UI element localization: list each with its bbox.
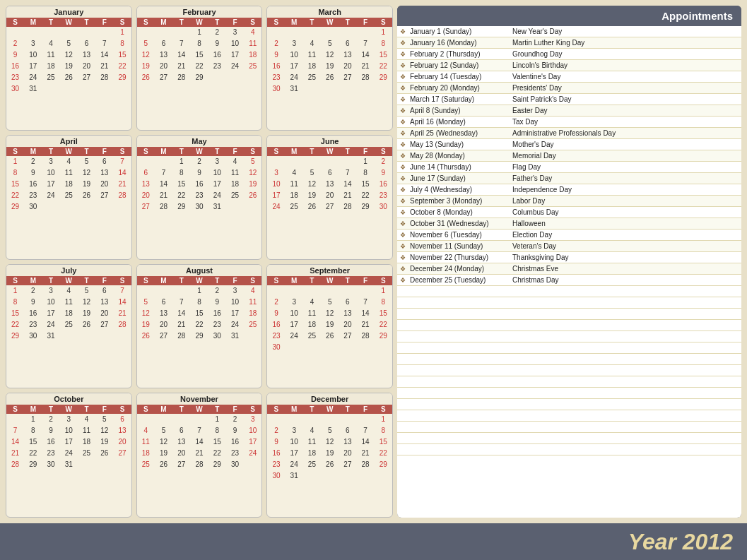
cal-day: 14 <box>357 308 375 319</box>
cal-day: 30 <box>267 83 285 95</box>
cal-day: 4 <box>60 156 78 167</box>
appointment-name: Thanksgiving Day <box>511 253 741 262</box>
appointment-date: April 25 (Wednesday) <box>408 129 511 138</box>
cal-day <box>190 414 208 425</box>
cal-day: 14 <box>357 49 375 61</box>
appointment-row: ❖November 11 (Sunday)Veteran's Day <box>397 241 741 252</box>
cal-day: 25 <box>226 190 244 201</box>
appointment-row: ❖January 16 (Monday)Martin Luther King D… <box>397 37 741 49</box>
cal-header-january: January <box>6 6 131 18</box>
cal-day: 3 <box>286 297 303 308</box>
cal-day: 11 <box>42 49 59 61</box>
cal-day: 5 <box>303 167 321 179</box>
cal-day: 21 <box>6 448 24 459</box>
cal-day <box>42 27 59 38</box>
cal-day: 22 <box>357 190 375 201</box>
cal-day: 1 <box>357 156 375 167</box>
cal-day <box>339 342 356 353</box>
cal-day: 12 <box>95 425 113 436</box>
cal-day: 4 <box>244 27 261 38</box>
cal-day: 23 <box>267 459 285 470</box>
cal-day: 24 <box>286 459 303 470</box>
cal-day: 6 <box>137 167 155 179</box>
cal-day: 7 <box>95 38 113 49</box>
cal-day <box>172 285 190 297</box>
cal-day: 5 <box>137 297 155 308</box>
cal-day: 1 <box>375 414 392 425</box>
cal-day: 23 <box>42 448 59 459</box>
cal-day: 16 <box>24 308 42 319</box>
cal-header-june: June <box>267 136 392 147</box>
cal-days-header: SMTWTFS <box>267 18 392 27</box>
cal-day: 28 <box>113 190 131 201</box>
cal-day <box>357 470 375 482</box>
cal-day: 6 <box>95 285 113 297</box>
cal-day: 29 <box>113 72 131 83</box>
appointment-date: February 12 (Sunday) <box>408 61 511 70</box>
cal-day: 30 <box>208 330 226 342</box>
cal-day <box>244 330 261 342</box>
cal-day: 26 <box>137 330 155 342</box>
appointment-row: ❖October 31 (Wednesday)Halloween <box>397 218 741 230</box>
cal-body: 1234567891011121314151617181920212223242… <box>267 414 392 482</box>
cal-day: 31 <box>24 83 42 95</box>
cal-day: 8 <box>190 297 208 308</box>
cal-day: 20 <box>321 190 339 201</box>
cal-day: 24 <box>244 448 261 459</box>
appointment-name: Veteran's Day <box>511 242 741 251</box>
appointment-name: Lincoln's Birthday <box>511 61 741 70</box>
appointment-date: January 1 (Sunday) <box>408 27 511 36</box>
cal-day <box>267 285 285 297</box>
appointment-name: Mother's Day <box>511 140 741 149</box>
cal-day <box>226 72 244 83</box>
appointments-panel: Appointments ❖January 1 (Sunday)New Year… <box>397 6 741 518</box>
cal-day: 13 <box>78 49 95 61</box>
diamond-icon: ❖ <box>397 153 408 160</box>
cal-day: 17 <box>208 179 226 190</box>
cal-day: 10 <box>286 49 303 61</box>
cal-day: 24 <box>267 201 285 213</box>
cal-day: 12 <box>244 167 261 179</box>
cal-day: 12 <box>155 436 172 448</box>
cal-day: 7 <box>339 167 356 179</box>
cal-day: 28 <box>172 330 190 342</box>
cal-day: 14 <box>357 436 375 448</box>
cal-header-february: February <box>137 6 262 18</box>
cal-day: 20 <box>155 319 172 330</box>
cal-day: 1 <box>190 27 208 38</box>
cal-day: 17 <box>226 49 244 61</box>
cal-day <box>42 201 59 213</box>
cal-day: 20 <box>339 448 356 459</box>
cal-header-september: September <box>267 265 392 276</box>
cal-day <box>357 27 375 38</box>
cal-day: 9 <box>24 297 42 308</box>
cal-day: 11 <box>137 436 155 448</box>
cal-day: 22 <box>172 190 190 201</box>
appointments-title: Appointments <box>397 6 741 26</box>
cal-day <box>172 27 190 38</box>
cal-day: 3 <box>286 38 303 49</box>
cal-day <box>137 285 155 297</box>
cal-day: 23 <box>208 61 226 72</box>
cal-day: 4 <box>303 297 321 308</box>
cal-day: 22 <box>190 319 208 330</box>
cal-day <box>375 470 392 482</box>
cal-day: 21 <box>95 61 113 72</box>
cal-day: 2 <box>267 38 285 49</box>
cal-day <box>303 342 321 353</box>
cal-day: 13 <box>113 425 131 436</box>
appointment-row: ❖May 28 (Monday)Memorial Day <box>397 150 741 162</box>
cal-day: 6 <box>155 297 172 308</box>
cal-day: 24 <box>286 330 303 342</box>
cal-day: 16 <box>267 319 285 330</box>
calendar-september: SeptemberSMTWTFS 12345678910111213141516… <box>266 264 393 389</box>
cal-day: 16 <box>6 61 24 72</box>
cal-day: 30 <box>24 330 42 342</box>
cal-day: 7 <box>172 297 190 308</box>
cal-day: 9 <box>267 49 285 61</box>
cal-day: 18 <box>303 61 321 72</box>
cal-day: 4 <box>137 425 155 436</box>
cal-day: 25 <box>303 72 321 83</box>
diamond-icon: ❖ <box>397 175 408 182</box>
appointment-row: ❖June 14 (Thursday)Flag Day <box>397 162 741 173</box>
